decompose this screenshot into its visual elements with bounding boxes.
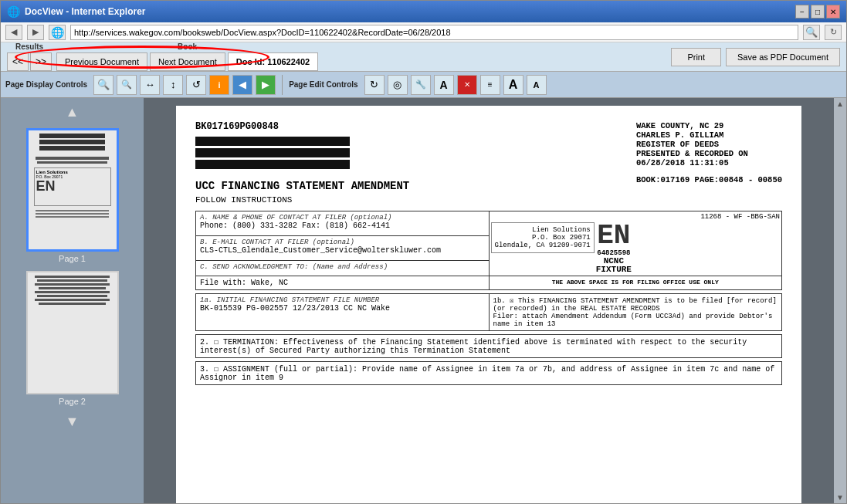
page1-label: Page 1 [59, 254, 86, 263]
toolbar1: Results << >> Book Previous Document Nex… [1, 42, 846, 72]
file-with-row: File with: Wake, NC THE ABOVE SPACE IS F… [196, 276, 782, 290]
close-button[interactable]: ✕ [826, 5, 840, 19]
font-large-icon[interactable]: A [503, 75, 523, 95]
minimize-button[interactable]: − [795, 5, 809, 19]
separator [282, 75, 283, 95]
field-2-cell: 2. ☐ TERMINATION: Effectiveness of the F… [196, 335, 782, 358]
field-b-label: B. E-MAIL CONTACT AT FILER (optional) [200, 238, 485, 246]
stamp-cell: 11268 - WF -BBG-SAN Lien Solutions P.O. … [489, 211, 782, 276]
scroll-down-arrow[interactable]: ▼ [66, 414, 80, 430]
address2: Glendale, CA 91209-9071 [495, 242, 591, 249]
prev-prev-button[interactable]: << [7, 52, 29, 71]
page2-label: Page 2 [59, 397, 86, 406]
fit-height-icon[interactable]: ↕ [163, 75, 183, 95]
print-button[interactable]: Print [671, 48, 721, 66]
field-1-row: 1a. INITIAL FINANCING STATEMENT FILE NUM… [196, 294, 782, 331]
scroll-down-icon[interactable]: ▼ [836, 493, 844, 502]
previous-doc-button[interactable]: Previous Document [56, 52, 147, 71]
browser-icon: 🌐 [7, 5, 20, 18]
field-1a-cell: 1a. INITIAL FINANCING STATEMENT FILE NUM… [196, 294, 490, 331]
field-3-cell: 3. ☐ ASSIGNMENT (full or partial): Provi… [196, 362, 782, 385]
field-3-value: 3. ☐ ASSIGNMENT (full or partial): Provi… [200, 364, 778, 382]
form-table-3: 2. ☐ TERMINATION: Effectiveness of the F… [195, 334, 782, 358]
nav-arrows: << >> [7, 52, 52, 71]
stamp-en: EN [596, 222, 632, 250]
title-bar: 🌐 DocView - Internet Explorer − □ ✕ [1, 1, 846, 22]
book-page-ref: BOOK:017169 PAGE:00848 - 00850 [636, 175, 782, 184]
prev-page-icon[interactable]: ◀ [232, 75, 252, 95]
toolbar1-wrapper: Results << >> Book Previous Document Nex… [1, 42, 846, 72]
field-a-row: A. NAME & PHONE OF CONTACT AT FILER (opt… [196, 211, 782, 236]
scroll-up-arrow[interactable]: ▲ [66, 104, 80, 120]
wrench-icon[interactable]: 🔧 [411, 75, 431, 95]
addressee: Lien Solutions [495, 226, 591, 234]
doc-id-display: Doc Id: 110622402 [228, 52, 318, 71]
refresh-icon[interactable]: 🌐 [49, 25, 66, 40]
fit-width-icon[interactable]: ↔ [140, 75, 160, 95]
maximize-button[interactable]: □ [811, 5, 825, 19]
redacted-bar-2 [195, 148, 350, 157]
back-button[interactable]: ◀ [5, 25, 22, 40]
next-page-icon[interactable]: ▶ [256, 75, 276, 95]
redact-icon[interactable]: ✕ [457, 75, 477, 95]
font-small-icon[interactable]: A [527, 75, 547, 95]
county-line1: WAKE COUNTY, NC 29 [636, 121, 782, 130]
info-icon[interactable]: i [209, 75, 229, 95]
filing-space-cell: THE ABOVE SPACE IS FOR FILING OFFICE USE… [489, 276, 782, 290]
rotate-cw-icon[interactable]: ↻ [364, 75, 385, 95]
field-c-cell: C. SEND ACKNOWLEDGMENT TO: (Name and Add… [196, 261, 490, 276]
target-icon[interactable]: ◎ [388, 75, 408, 95]
book-buttons: Previous Document Next Document Doc Id: … [56, 52, 318, 71]
field-1b-cell: 1b. ☒ This FINANCING STATEMENT AMENDMENT… [489, 294, 782, 331]
document-page: BK017169PG00848 WAKE COUNTY, NC 29 CHARL… [176, 106, 801, 503]
main-content: ▲ Lien Solutions P.O. Box 29071 EN [1, 98, 846, 503]
field-b-cell: B. E-MAIL CONTACT AT FILER (optional) CL… [196, 236, 490, 261]
field-1b-value: 1b. ☒ This FINANCING STATEMENT AMENDMENT… [493, 296, 778, 328]
zoom-in-icon[interactable]: 🔍 [93, 75, 113, 95]
refresh-button[interactable]: ↻ [825, 25, 842, 40]
save-pdf-button[interactable]: Save as PDF Document [726, 48, 840, 66]
window-title: DocView - Internet Explorer [25, 6, 146, 17]
scrollbar-right[interactable]: ▲ ▼ [834, 98, 846, 503]
page2-thumbnail[interactable] [26, 271, 119, 394]
align-icon[interactable]: ≡ [480, 75, 500, 95]
form-table-4: 3. ☐ ASSIGNMENT (full or partial): Provi… [195, 361, 782, 385]
field-a-value: Phone: (800) 331-3282 Fax: (818) 662-414… [200, 222, 485, 230]
field-1a-label: 1a. INITIAL FINANCING STATEMENT FILE NUM… [200, 296, 485, 304]
field-2-row: 2. ☐ TERMINATION: Effectiveness of the F… [196, 335, 782, 358]
book-label: Book [178, 42, 197, 51]
results-label: Results [15, 42, 43, 51]
county-line4: PRESENTED & RECORDED ON [636, 149, 782, 158]
page1-thumbnail-container[interactable]: Lien Solutions P.O. Box 29071 EN Page 1 [26, 128, 119, 263]
field-c-label: C. SEND ACKNOWLEDGMENT TO: (Name and Add… [200, 263, 485, 271]
field-b-value: CLS-CTLS_Glendale_Customer_Service@wolte… [200, 246, 485, 255]
forward-button[interactable]: ▶ [27, 25, 44, 40]
page-edit-label: Page Edit Controls [289, 80, 357, 89]
redacted-bar-1 [195, 137, 350, 146]
next-doc-button[interactable]: Next Document [150, 52, 225, 71]
county-line2: CHARLES P. GILLIAM [636, 130, 782, 140]
thumbnail-sidebar: ▲ Lien Solutions P.O. Box 29071 EN [1, 98, 144, 503]
scroll-up-icon[interactable]: ▲ [836, 100, 844, 108]
field-1a-value: BK-015539 PG-002557 12/23/2013 CC NC Wak… [200, 304, 485, 313]
results-section: Results << >> [7, 42, 52, 71]
file-with: File with: Wake, NC [200, 279, 485, 287]
address1: P.O. Box 29071 [495, 234, 591, 242]
field-a-cell: A. NAME & PHONE OF CONTACT AT FILER (opt… [196, 211, 490, 236]
rotate-left-icon[interactable]: ↺ [186, 75, 206, 95]
url-input[interactable] [70, 25, 798, 40]
next-next-button[interactable]: >> [30, 52, 52, 71]
field-c-ref: 11268 - WF -BBG-SAN [491, 213, 781, 221]
field-2-value: 2. ☐ TERMINATION: Effectiveness of the F… [200, 337, 778, 355]
page1-thumbnail[interactable]: Lien Solutions P.O. Box 29071 EN [26, 128, 119, 252]
redacted-bar-3 [195, 160, 350, 169]
county-line3: REGISTER OF DEEDS [636, 140, 782, 149]
form-table-2: 1a. INITIAL FINANCING STATEMENT FILE NUM… [195, 293, 782, 331]
zoom-out-icon[interactable]: 🔍 [117, 75, 137, 95]
search-nav-icon[interactable]: 🔍 [803, 25, 820, 40]
text-a-icon[interactable]: A [434, 75, 454, 95]
form-table: A. NAME & PHONE OF CONTACT AT FILER (opt… [195, 211, 782, 290]
address-bar: ◀ ▶ 🌐 🔍 ↻ [1, 22, 846, 42]
field-3-row: 3. ☐ ASSIGNMENT (full or partial): Provi… [196, 362, 782, 385]
page2-thumbnail-container[interactable]: Page 2 [26, 271, 119, 406]
